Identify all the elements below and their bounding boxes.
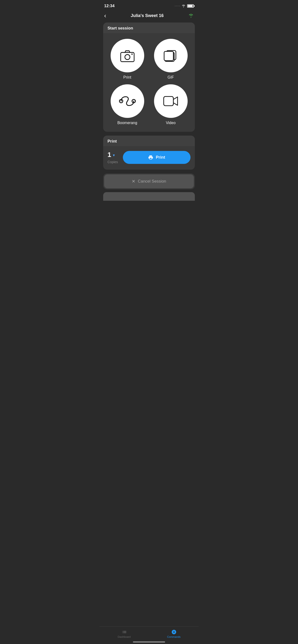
wifi-icon — [181, 4, 186, 8]
gif-label: GIF — [168, 75, 174, 80]
svg-rect-8 — [164, 96, 173, 106]
print-section: 1 ▼ Copies Print — [103, 146, 195, 170]
print-button-label: Print — [156, 155, 165, 160]
copies-number[interactable]: 1 ▼ — [107, 151, 118, 158]
page-title: Julia's Sweet 16 — [106, 13, 188, 18]
status-time: 12:34 — [104, 4, 114, 8]
copies-label: Copies — [107, 160, 118, 164]
print-card: Print 1 ▼ Copies Print — [103, 136, 195, 170]
video-icon — [163, 93, 179, 110]
print-card-header: Print — [103, 136, 195, 146]
gif-icon — [163, 47, 179, 64]
status-bar: 12:34 — [99, 0, 199, 10]
video-circle — [154, 84, 188, 118]
session-item-gif[interactable]: GIF — [152, 39, 190, 80]
signal-icon — [175, 6, 180, 6]
copies-section: 1 ▼ Copies — [107, 151, 118, 164]
copies-value: 1 — [107, 151, 111, 158]
session-grid: Print GIF Boome — [103, 33, 195, 132]
cancel-x-icon: ✕ — [132, 179, 135, 184]
session-item-video[interactable]: Video — [152, 84, 190, 125]
video-label: Video — [166, 121, 176, 125]
cancel-session-card: ✕ Cancel Session — [103, 174, 195, 189]
svg-point-2 — [131, 54, 132, 54]
print-action-button[interactable]: Print — [123, 151, 191, 164]
battery-icon — [187, 4, 194, 8]
start-session-header: Start session — [103, 22, 195, 33]
partial-button — [103, 192, 195, 201]
copies-dropdown-arrow[interactable]: ▼ — [112, 153, 116, 157]
cancel-session-label: Cancel Session — [138, 179, 166, 184]
cancel-session-button[interactable]: ✕ Cancel Session — [104, 174, 194, 188]
boomerang-label: Boomerang — [117, 121, 137, 125]
svg-rect-5 — [164, 52, 174, 61]
svg-point-1 — [125, 54, 130, 60]
print-circle — [111, 39, 144, 72]
boomerang-circle — [111, 84, 144, 118]
status-icons — [175, 4, 194, 8]
session-item-boomerang[interactable]: Boomerang — [108, 84, 146, 125]
nav-header: ‹ Julia's Sweet 16 — [99, 10, 199, 22]
back-button[interactable]: ‹ — [104, 12, 106, 19]
start-session-card: Start session Print — [103, 22, 195, 132]
print-label: Print — [123, 75, 131, 80]
session-item-print[interactable]: Print — [108, 39, 146, 80]
wifi-status-icon — [188, 13, 194, 18]
boomerang-icon — [119, 93, 136, 110]
camera-icon — [119, 47, 136, 64]
partial-button-container — [103, 192, 195, 201]
print-button-icon — [148, 155, 153, 160]
gif-circle — [154, 39, 188, 72]
